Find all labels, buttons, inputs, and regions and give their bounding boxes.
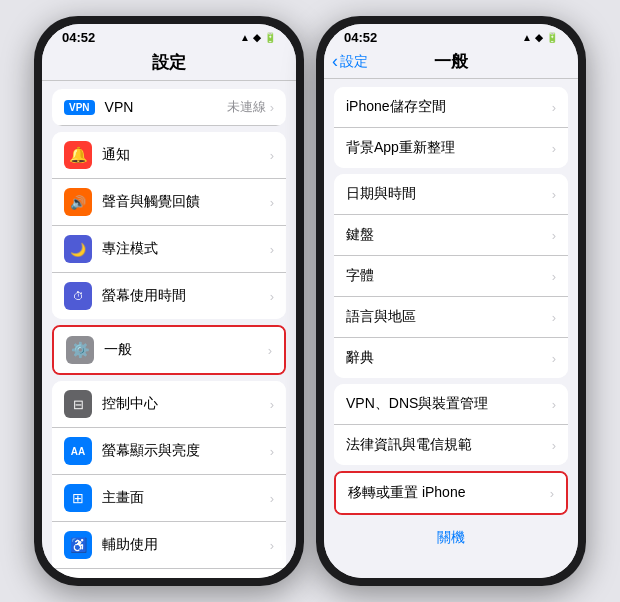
general-label: 一般: [104, 341, 268, 359]
battery-icon: 🔋: [264, 32, 276, 43]
sound-label: 聲音與觸覺回饋: [102, 193, 270, 211]
row-language[interactable]: 語言與地區 ›: [334, 297, 568, 338]
keyboard-chevron: ›: [552, 228, 556, 243]
r-wifi-icon: ◆: [535, 32, 543, 43]
focus-chevron: ›: [270, 242, 274, 257]
row-datetime[interactable]: 日期與時間 ›: [334, 174, 568, 215]
notification-chevron: ›: [270, 148, 274, 163]
row-accessibility[interactable]: ♿ 輔助使用 ›: [52, 522, 286, 569]
focus-icon: 🌙: [64, 235, 92, 263]
background-app-label: 背景App重新整理: [346, 139, 552, 157]
display-label: 螢幕顯示與亮度: [102, 442, 270, 460]
wifi-icon: ◆: [253, 32, 261, 43]
right-group-3: VPN、DNS與裝置管理 › 法律資訊與電信規範 ›: [334, 384, 568, 465]
datetime-label: 日期與時間: [346, 185, 552, 203]
back-label: 設定: [340, 53, 368, 71]
group-notifications: 🔔 通知 › 🔊 聲音與觸覺回饋 › 🌙 專注模式 › ⏱ 螢幕使用時間: [52, 132, 286, 319]
home-icon: ⊞: [64, 484, 92, 512]
home-chevron: ›: [270, 491, 274, 506]
signal-icon: ▲: [240, 32, 250, 43]
sound-icon: 🔊: [64, 188, 92, 216]
accessibility-label: 輔助使用: [102, 536, 270, 554]
right-status-bar: 04:52 ▲ ◆ 🔋: [324, 24, 578, 47]
control-label: 控制中心: [102, 395, 270, 413]
vpn-badge: VPN: [64, 100, 95, 115]
vpn-value: 未連線: [227, 98, 266, 116]
row-vpndns[interactable]: VPN、DNS與裝置管理 ›: [334, 384, 568, 425]
right-phone: 04:52 ▲ ◆ 🔋 ‹ 設定 一般 iPhone儲存空間 ›: [316, 16, 586, 586]
back-button[interactable]: ‹ 設定: [332, 51, 368, 72]
control-chevron: ›: [270, 397, 274, 412]
dictionary-chevron: ›: [552, 351, 556, 366]
row-display[interactable]: AA 螢幕顯示與亮度 ›: [52, 428, 286, 475]
left-scroll-area[interactable]: VPN VPN 未連線 › 🔔 通知 › 🔊 聲音與觸覺回饋 ›: [42, 81, 296, 578]
right-nav-bar: ‹ 設定 一般: [324, 47, 578, 79]
vpn-chevron: ›: [270, 100, 274, 115]
row-control[interactable]: ⊟ 控制中心 ›: [52, 381, 286, 428]
left-screen: 04:52 ▲ ◆ 🔋 設定 VPN VPN 未連線 ›: [42, 24, 296, 578]
storage-label: iPhone儲存空間: [346, 98, 552, 116]
left-time: 04:52: [62, 30, 95, 45]
group-display: ⊟ 控制中心 › AA 螢幕顯示與亮度 › ⊞ 主畫面 › ♿ 輔助使用: [52, 381, 286, 578]
row-font[interactable]: 字體 ›: [334, 256, 568, 297]
accessibility-icon: ♿: [64, 531, 92, 559]
transfer-highlighted[interactable]: 移轉或重置 iPhone ›: [334, 471, 568, 515]
right-scroll-area[interactable]: iPhone儲存空間 › 背景App重新整理 › 日期與時間 › 鍵盤 ›: [324, 79, 578, 578]
vpn-row[interactable]: VPN VPN 未連線 ›: [52, 89, 286, 126]
r-battery-icon: 🔋: [546, 32, 558, 43]
screentime-chevron: ›: [270, 289, 274, 304]
row-background-app[interactable]: 背景App重新整理 ›: [334, 128, 568, 168]
font-label: 字體: [346, 267, 552, 285]
transfer-chevron: ›: [550, 486, 554, 501]
row-storage[interactable]: iPhone儲存空間 ›: [334, 87, 568, 128]
row-general[interactable]: ⚙️ 一般 ›: [54, 327, 284, 373]
left-status-bar: 04:52 ▲ ◆ 🔋: [42, 24, 296, 47]
screentime-icon: ⏱: [64, 282, 92, 310]
general-chevron: ›: [268, 343, 272, 358]
sound-chevron: ›: [270, 195, 274, 210]
row-home[interactable]: ⊞ 主畫面 ›: [52, 475, 286, 522]
right-status-icons: ▲ ◆ 🔋: [522, 32, 558, 43]
right-group-2: 日期與時間 › 鍵盤 › 字體 › 語言與地區 › 辭典 ›: [334, 174, 568, 378]
screentime-label: 螢幕使用時間: [102, 287, 270, 305]
row-sound[interactable]: 🔊 聲音與觸覺回饋 ›: [52, 179, 286, 226]
font-chevron: ›: [552, 269, 556, 284]
row-notification[interactable]: 🔔 通知 ›: [52, 132, 286, 179]
right-time: 04:52: [344, 30, 377, 45]
row-transfer[interactable]: 移轉或重置 iPhone ›: [336, 473, 566, 513]
control-icon: ⊟: [64, 390, 92, 418]
left-phone: 04:52 ▲ ◆ 🔋 設定 VPN VPN 未連線 ›: [34, 16, 304, 586]
row-wallpaper[interactable]: ❋ 背景圖片 ›: [52, 569, 286, 578]
focus-label: 專注模式: [102, 240, 270, 258]
vpn-label: VPN: [105, 99, 227, 115]
row-dictionary[interactable]: 辭典 ›: [334, 338, 568, 378]
row-focus[interactable]: 🌙 專注模式 ›: [52, 226, 286, 273]
datetime-chevron: ›: [552, 187, 556, 202]
general-icon: ⚙️: [66, 336, 94, 364]
background-app-chevron: ›: [552, 141, 556, 156]
row-screentime[interactable]: ⏱ 螢幕使用時間 ›: [52, 273, 286, 319]
accessibility-chevron: ›: [270, 538, 274, 553]
vpndns-chevron: ›: [552, 397, 556, 412]
left-status-icons: ▲ ◆ 🔋: [240, 32, 276, 43]
shutdown-button[interactable]: 關機: [324, 519, 578, 557]
display-icon: AA: [64, 437, 92, 465]
legal-label: 法律資訊與電信規範: [346, 436, 552, 454]
back-chevron-icon: ‹: [332, 51, 338, 72]
shutdown-label: 關機: [437, 529, 465, 545]
dictionary-label: 辭典: [346, 349, 552, 367]
language-label: 語言與地區: [346, 308, 552, 326]
left-nav-title: 設定: [152, 53, 186, 72]
vpndns-label: VPN、DNS與裝置管理: [346, 395, 552, 413]
legal-chevron: ›: [552, 438, 556, 453]
home-label: 主畫面: [102, 489, 270, 507]
keyboard-label: 鍵盤: [346, 226, 552, 244]
r-signal-icon: ▲: [522, 32, 532, 43]
notification-label: 通知: [102, 146, 270, 164]
right-screen: 04:52 ▲ ◆ 🔋 ‹ 設定 一般 iPhone儲存空間 ›: [324, 24, 578, 578]
row-legal[interactable]: 法律資訊與電信規範 ›: [334, 425, 568, 465]
general-highlighted[interactable]: ⚙️ 一般 ›: [52, 325, 286, 375]
row-keyboard[interactable]: 鍵盤 ›: [334, 215, 568, 256]
right-group-1: iPhone儲存空間 › 背景App重新整理 ›: [334, 87, 568, 168]
notification-icon: 🔔: [64, 141, 92, 169]
